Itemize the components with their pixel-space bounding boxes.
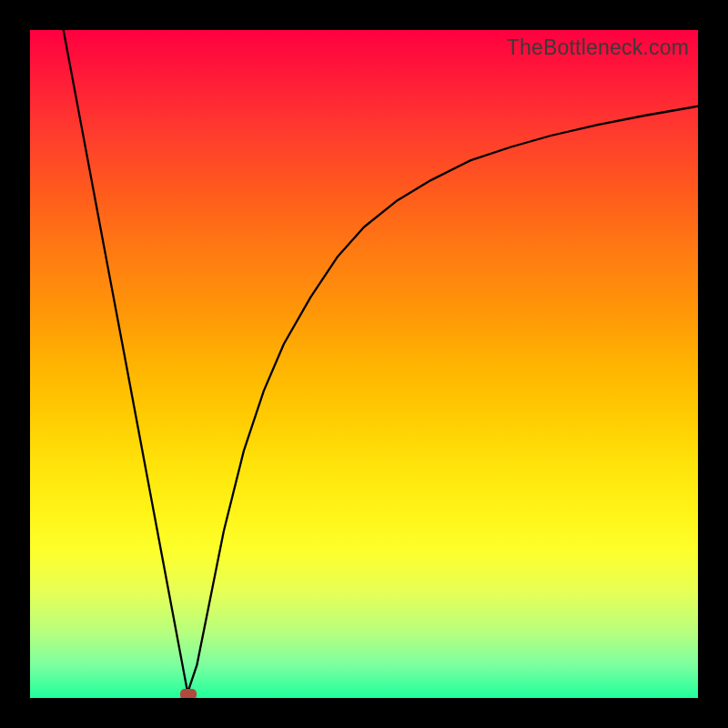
- chart-container: TheBottleneck.com: [0, 0, 728, 728]
- optimum-marker: [180, 689, 197, 698]
- bottleneck-curve: [30, 30, 698, 698]
- curve-path: [64, 30, 698, 693]
- plot-area: TheBottleneck.com: [30, 30, 698, 698]
